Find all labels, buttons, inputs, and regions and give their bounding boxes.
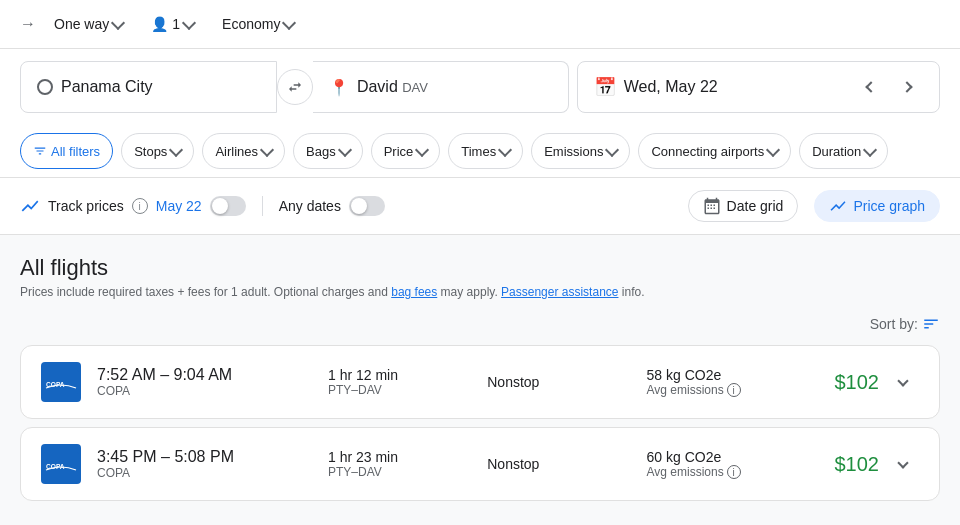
- airlines-filter-label: Airlines: [215, 144, 258, 159]
- flight-card-1[interactable]: COPA 7:52 AM – 9:04 AM COPA 1 hr 12 min …: [20, 345, 940, 419]
- price-filter-button[interactable]: Price: [371, 133, 441, 169]
- swap-button[interactable]: [277, 69, 313, 105]
- trip-type-label: One way: [54, 16, 109, 32]
- class-label: Economy: [222, 16, 280, 32]
- flight-price-2: $102: [835, 448, 920, 480]
- expand-button-1[interactable]: [887, 366, 919, 398]
- passengers-button[interactable]: 👤 1: [141, 10, 204, 38]
- destination-pin-icon: 📍: [329, 78, 349, 97]
- filter-bar: All filters Stops Airlines Bags Price Ti…: [0, 125, 960, 178]
- next-date-button[interactable]: [891, 71, 923, 103]
- flight-time-2: 3:45 PM – 5:08 PM: [97, 448, 312, 466]
- sort-row: Sort by:: [20, 315, 940, 333]
- date-grid-icon: [703, 197, 721, 215]
- passenger-assistance-link[interactable]: Passenger assistance: [501, 285, 618, 299]
- sort-icon[interactable]: [922, 315, 940, 333]
- track-prices-bar: Track prices i May 22 Any dates Date gri…: [0, 178, 960, 235]
- chevron-right-icon: [901, 81, 912, 92]
- bag-fees-link[interactable]: bag fees: [391, 285, 437, 299]
- one-way-arrow-icon: →: [20, 15, 36, 33]
- all-filters-label: All filters: [51, 144, 100, 159]
- times-filter-label: Times: [461, 144, 496, 159]
- flight-stops-2: Nonstop: [487, 456, 630, 472]
- times-filter-button[interactable]: Times: [448, 133, 523, 169]
- airline-logo-2: COPA: [41, 444, 81, 484]
- flight-emissions-2: 60 kg CO2e Avg emissions i: [647, 449, 819, 479]
- prev-date-button[interactable]: [855, 71, 887, 103]
- trip-type-chevron-icon: [111, 15, 125, 29]
- date-field[interactable]: 📅 Wed, May 22: [577, 61, 940, 113]
- all-flights-header: All flights Prices include required taxe…: [20, 255, 940, 299]
- airlines-filter-button[interactable]: Airlines: [202, 133, 285, 169]
- duration-chevron-icon: [863, 142, 877, 156]
- stops-filter-label: Stops: [134, 144, 167, 159]
- airline-logo-1: COPA: [41, 362, 81, 402]
- passengers-icon: 👤: [151, 16, 168, 32]
- flight-stops-1: Nonstop: [487, 374, 630, 390]
- flight-card-2[interactable]: COPA 3:45 PM – 5:08 PM COPA 1 hr 23 min …: [20, 427, 940, 501]
- filter-icon: [33, 144, 47, 158]
- route-text-1: PTY–DAV: [328, 383, 471, 397]
- chevron-left-icon: [865, 81, 876, 92]
- date-value: Wed, May 22: [624, 78, 718, 96]
- stops-chevron-icon: [169, 142, 183, 156]
- expand-button-2[interactable]: [887, 448, 919, 480]
- origin-dest-wrapper: Panama City 📍 David DAV: [20, 61, 569, 113]
- duration-text-1: 1 hr 12 min: [328, 367, 471, 383]
- bags-filter-button[interactable]: Bags: [293, 133, 363, 169]
- track-prices-toggle[interactable]: [210, 196, 246, 216]
- date-nav: [855, 71, 923, 103]
- origin-value: Panama City: [61, 78, 153, 96]
- origin-field[interactable]: Panama City: [20, 61, 277, 113]
- duration-filter-button[interactable]: Duration: [799, 133, 888, 169]
- right-actions: Date grid Price graph: [688, 190, 940, 222]
- date-grid-button[interactable]: Date grid: [688, 190, 799, 222]
- emissions-chevron-icon: [605, 142, 619, 156]
- bags-chevron-icon: [338, 142, 352, 156]
- times-chevron-icon: [498, 142, 512, 156]
- passengers-label: 1: [172, 16, 180, 32]
- flight-time-info-2: 3:45 PM – 5:08 PM COPA: [97, 448, 312, 480]
- class-button[interactable]: Economy: [212, 10, 304, 38]
- track-prices-separator: [262, 196, 263, 216]
- price-graph-label: Price graph: [853, 198, 925, 214]
- emissions-filter-label: Emissions: [544, 144, 603, 159]
- trip-type-button[interactable]: One way: [44, 10, 133, 38]
- emissions-text-1: 58 kg CO2e: [647, 367, 819, 383]
- all-flights-title: All flights: [20, 255, 940, 281]
- connecting-airports-label: Connecting airports: [651, 144, 764, 159]
- price-graph-icon: [829, 197, 847, 215]
- flight-emissions-1: 58 kg CO2e Avg emissions i: [647, 367, 819, 397]
- airlines-chevron-icon: [260, 142, 274, 156]
- price-chevron-icon: [415, 142, 429, 156]
- all-filters-button[interactable]: All filters: [20, 133, 113, 169]
- flight-time-1: 7:52 AM – 9:04 AM: [97, 366, 312, 384]
- emissions-info-icon-2[interactable]: i: [727, 465, 741, 479]
- destination-value: David DAV: [357, 78, 428, 96]
- price-text-1: $102: [835, 371, 880, 394]
- connecting-airports-filter-button[interactable]: Connecting airports: [638, 133, 791, 169]
- any-dates-toggle-knob: [351, 198, 367, 214]
- track-prices-icon: [20, 196, 40, 216]
- track-prices-info-icon[interactable]: i: [132, 198, 148, 214]
- date-grid-label: Date grid: [727, 198, 784, 214]
- search-row: Panama City 📍 David DAV 📅 Wed, May 22: [0, 49, 960, 125]
- emissions-text-2: 60 kg CO2e: [647, 449, 819, 465]
- destination-field[interactable]: 📍 David DAV: [313, 61, 569, 113]
- flights-subtitle: Prices include required taxes + fees for…: [20, 285, 940, 299]
- any-dates-toggle[interactable]: [349, 196, 385, 216]
- copa-logo-1: COPA: [43, 367, 79, 397]
- flight-time-info-1: 7:52 AM – 9:04 AM COPA: [97, 366, 312, 398]
- origin-circle-icon: [37, 79, 53, 95]
- flight-cards-container: COPA 7:52 AM – 9:04 AM COPA 1 hr 12 min …: [20, 345, 940, 501]
- track-prices-date: May 22: [156, 198, 202, 214]
- any-dates-label: Any dates: [279, 198, 341, 214]
- price-graph-button[interactable]: Price graph: [814, 190, 940, 222]
- emissions-filter-button[interactable]: Emissions: [531, 133, 630, 169]
- route-text-2: PTY–DAV: [328, 465, 471, 479]
- flight-duration-2: 1 hr 23 min PTY–DAV: [328, 449, 471, 479]
- emissions-avg-2: Avg emissions i: [647, 465, 819, 479]
- stops-filter-button[interactable]: Stops: [121, 133, 194, 169]
- emissions-info-icon-1[interactable]: i: [727, 383, 741, 397]
- track-prices-section: Track prices i May 22: [20, 196, 246, 216]
